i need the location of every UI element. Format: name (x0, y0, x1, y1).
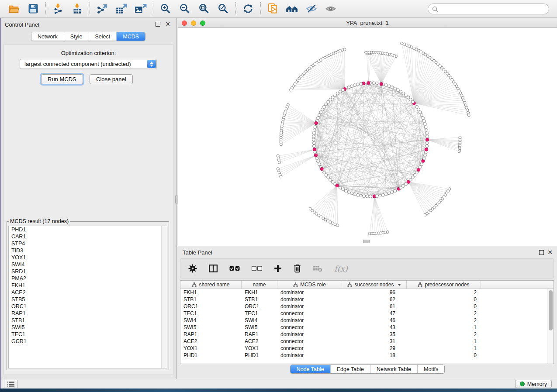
tab-style[interactable]: Style (64, 32, 89, 41)
float-panel-icon[interactable] (156, 22, 160, 27)
show-hidden-icon[interactable] (324, 2, 337, 15)
network-graph-canvas[interactable] (178, 28, 557, 246)
run-mcds-button[interactable]: Run MCDS (41, 74, 83, 84)
mcds-result-list[interactable]: PHD1CAR1STP4TID3YOX1SWI4SRD1PMA2FKH1ACE2… (8, 226, 167, 368)
float-table-panel-icon[interactable] (539, 250, 544, 255)
column-header-MCDS-role[interactable]: MCDS role (277, 281, 342, 289)
tab-node-table[interactable]: Node Table (291, 365, 330, 373)
cell-shared_name: ORC1 (180, 303, 242, 309)
table-settings-gear-icon[interactable] (188, 264, 197, 273)
table-row[interactable]: PHD1PHD1dominator180 (180, 352, 547, 359)
criterion-dropdown[interactable]: largest connected component (undirected) (20, 59, 157, 69)
cell-shared_name: TEC1 (180, 310, 242, 316)
cell-successors: 96 (342, 289, 407, 296)
toolbar-separator (45, 2, 46, 15)
zoom-selected-icon[interactable] (217, 2, 230, 15)
column-header-name[interactable]: name (242, 281, 277, 289)
mcds-result-item[interactable]: FKH1 (9, 282, 167, 289)
table-row[interactable]: TEC1TEC1connector472 (180, 310, 547, 317)
mcds-result-item[interactable]: ACE2 (9, 289, 167, 296)
zoom-out-icon[interactable] (178, 2, 191, 15)
close-panel-icon[interactable]: ✕ (165, 21, 170, 28)
mcds-result-item[interactable]: PMA2 (9, 275, 167, 282)
table-panel-title: Table Panel (183, 249, 212, 256)
show-columns-icon[interactable] (209, 265, 218, 272)
table-row[interactable]: SWI5SWI5connector431 (180, 324, 547, 331)
cell-shared_name: STB1 (180, 296, 242, 303)
memory-button[interactable]: Memory (515, 380, 552, 388)
horizontal-splitter-handle[interactable] (363, 240, 370, 243)
delete-column-icon[interactable] (294, 264, 301, 273)
cell-role: connector (277, 324, 342, 330)
table-row[interactable]: STB1STB1dominator620 (180, 296, 547, 303)
mcds-result-item[interactable]: TID3 (9, 247, 167, 254)
mcds-result-item[interactable]: STB5 (9, 296, 167, 303)
scrollbar-thumb[interactable] (549, 290, 553, 330)
mcds-result-item[interactable]: YOX1 (9, 254, 167, 261)
zoom-fit-icon[interactable] (197, 2, 211, 15)
column-header-predecessor-nodes[interactable]: predecessor nodes (407, 281, 481, 289)
save-session-icon[interactable] (27, 2, 40, 15)
refresh-icon[interactable] (242, 2, 255, 15)
mcds-list-scrollbar[interactable] (161, 226, 167, 368)
mcds-result-item[interactable]: STP4 (9, 240, 167, 247)
search-field[interactable] (428, 3, 549, 14)
export-image-icon[interactable] (134, 2, 147, 15)
select-all-rows-icon[interactable] (229, 266, 240, 271)
add-column-icon[interactable] (274, 265, 282, 272)
import-network-icon[interactable] (52, 2, 65, 15)
toolbar-separator (235, 2, 236, 15)
tab-network[interactable]: Network (31, 32, 64, 41)
tab-network-table[interactable]: Network Table (370, 365, 417, 373)
node-table-header: shared namenameMCDS rolesuccessor nodesp… (180, 281, 554, 289)
cell-successors: 62 (342, 296, 407, 303)
close-table-panel-icon[interactable]: ✕ (547, 249, 553, 256)
cell-shared_name: FKH1 (180, 289, 242, 296)
export-table-icon[interactable] (115, 2, 128, 15)
function-builder-icon: f(x) (334, 264, 348, 273)
export-network-icon[interactable] (96, 2, 109, 15)
tab-mcds[interactable]: MCDS (116, 32, 145, 41)
column-header-shared-name[interactable]: shared name (180, 281, 242, 289)
cell-successors: 29 (342, 345, 407, 351)
table-row[interactable]: ACE2ACE2connector311 (180, 338, 547, 345)
table-row[interactable]: ORC1ORC1dominator610 (180, 303, 547, 310)
cell-name: SWI4 (242, 317, 277, 323)
mcds-result-item[interactable]: ORC1 (9, 303, 167, 310)
mcds-result-item[interactable]: SWI5 (9, 324, 167, 331)
cell-role: dominator (277, 289, 342, 296)
mcds-result-item[interactable]: PHD1 (9, 226, 167, 233)
mcds-result-item[interactable]: STB1 (9, 317, 167, 324)
attribute-type-icon (418, 282, 422, 287)
hide-selected-icon[interactable] (305, 2, 318, 15)
deselect-all-rows-icon[interactable] (252, 266, 262, 271)
table-row[interactable]: RAP1RAP1dominator352 (180, 331, 547, 338)
duplicate-page-icon[interactable] (266, 2, 280, 15)
table-row[interactable]: SWI4SWI4dominator462 (180, 317, 547, 324)
mcds-result-item[interactable]: SRD1 (9, 268, 167, 275)
cell-role: connector (277, 338, 342, 344)
cell-predecessors: 1 (407, 338, 481, 344)
mcds-result-item[interactable]: TEC1 (9, 331, 167, 338)
mcds-result-item[interactable]: SWI4 (9, 261, 167, 268)
table-row[interactable]: FKH1FKH1dominator962 (180, 289, 547, 296)
sort-descending-icon (398, 284, 401, 286)
mcds-result-item[interactable]: RAP1 (9, 310, 167, 317)
column-header-successor-nodes[interactable]: successor nodes (342, 281, 407, 289)
first-neighbors-icon[interactable] (286, 2, 299, 15)
column-header-filler (481, 281, 554, 289)
tab-edge-table[interactable]: Edge Table (330, 365, 370, 373)
search-input[interactable] (441, 6, 549, 12)
table-toolbar: f(x) (180, 258, 554, 279)
mcds-result-item[interactable]: GCR1 (9, 338, 167, 345)
import-table-icon[interactable] (71, 2, 84, 15)
mcds-result-item[interactable]: CAR1 (9, 233, 167, 240)
open-file-icon[interactable] (7, 2, 21, 15)
zoom-in-icon[interactable] (159, 2, 172, 15)
tab-motifs[interactable]: Motifs (417, 365, 444, 373)
table-row[interactable]: YOX1YOX1connector291 (180, 345, 547, 352)
table-scrollbar[interactable] (547, 289, 554, 364)
tab-select[interactable]: Select (89, 32, 117, 41)
task-history-button[interactable] (4, 380, 17, 388)
close-panel-button[interactable]: Close panel (90, 74, 133, 84)
